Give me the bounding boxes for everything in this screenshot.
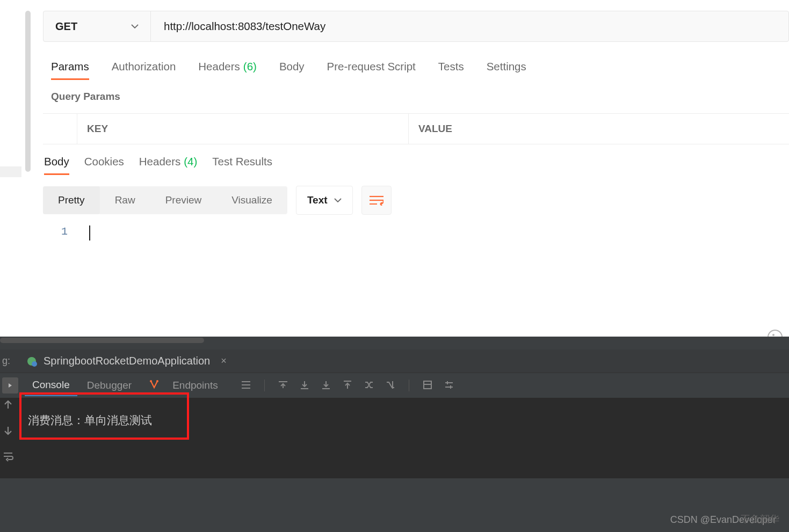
tab-response-cookies[interactable]: Cookies bbox=[84, 155, 124, 175]
request-tabs: Params Authorization Headers (6) Body Pr… bbox=[43, 60, 789, 80]
tab-response-testresults[interactable]: Test Results bbox=[212, 155, 272, 175]
arrow-up-icon[interactable] bbox=[2, 399, 14, 411]
params-value-header: VALUE bbox=[409, 114, 789, 144]
tab-headers[interactable]: Headers (6) bbox=[198, 60, 257, 80]
tab-response-headers[interactable]: Headers (4) bbox=[139, 155, 198, 175]
format-select[interactable]: Text bbox=[296, 186, 353, 215]
cursor-icon[interactable] bbox=[385, 380, 396, 390]
view-controls: Pretty Raw Preview Visualize Text bbox=[43, 186, 789, 215]
response-tabs: Body Cookies Headers (4) Test Results bbox=[43, 155, 789, 175]
download-icon[interactable] bbox=[299, 380, 310, 390]
download-icon-2[interactable] bbox=[321, 380, 331, 390]
calculator-icon[interactable] bbox=[422, 380, 433, 390]
query-params-title: Query Params bbox=[51, 91, 789, 103]
headers-count-badge: (6) bbox=[243, 60, 257, 75]
response-body-editor[interactable]: 1 bbox=[43, 225, 789, 241]
view-pretty[interactable]: Pretty bbox=[43, 186, 100, 214]
arrow-down-icon[interactable] bbox=[2, 425, 14, 436]
svg-point-4 bbox=[150, 380, 152, 382]
url-input[interactable]: http://localhost:8083/testOneWay bbox=[151, 11, 788, 41]
view-preview[interactable]: Preview bbox=[150, 186, 217, 214]
params-key-header: KEY bbox=[77, 114, 409, 144]
tab-prerequest[interactable]: Pre-request Script bbox=[327, 60, 416, 80]
ide-toolbar-icons bbox=[241, 380, 454, 391]
menu-icon[interactable] bbox=[241, 380, 251, 390]
tab-authorization[interactable]: Authorization bbox=[112, 60, 176, 80]
view-raw[interactable]: Raw bbox=[100, 186, 150, 214]
wrap-icon bbox=[370, 195, 383, 206]
up-bar-icon[interactable] bbox=[278, 380, 288, 390]
settings-icon[interactable] bbox=[444, 380, 454, 390]
tab-response-body[interactable]: Body bbox=[44, 155, 69, 175]
ide-tabs-row: g: SpringbootRocketDemoApplication × bbox=[0, 349, 789, 373]
tab-settings[interactable]: Settings bbox=[487, 60, 526, 80]
tab-body[interactable]: Body bbox=[279, 60, 305, 80]
ide-console-output[interactable]: 消费消息：单向消息测试 bbox=[0, 398, 789, 478]
ide-app-tab[interactable]: SpringbootRocketDemoApplication bbox=[41, 355, 216, 367]
format-label: Text bbox=[307, 194, 328, 206]
shuffle-icon[interactable] bbox=[364, 380, 374, 390]
ide-topbar bbox=[0, 337, 789, 349]
tab-params[interactable]: Params bbox=[51, 60, 89, 80]
params-table: KEY VALUE bbox=[43, 113, 789, 144]
ide-left-gutter bbox=[2, 399, 14, 462]
request-bar: GET http://localhost:8083/testOneWay bbox=[43, 11, 789, 42]
ide-g-label: g: bbox=[2, 355, 17, 367]
wrap-lines-button[interactable] bbox=[361, 186, 392, 215]
cursor bbox=[89, 225, 93, 241]
sidebar-stub bbox=[0, 166, 21, 177]
watermark-cn: 不负韶华 bbox=[741, 513, 779, 526]
response-headers-count-badge: (4) bbox=[184, 155, 197, 170]
endpoints-icon bbox=[149, 379, 160, 392]
console-message: 消费消息：单向消息测试 bbox=[28, 413, 152, 428]
url-text: http://localhost:8083/testOneWay bbox=[164, 20, 325, 33]
svg-point-5 bbox=[156, 380, 158, 382]
svg-point-3 bbox=[32, 361, 37, 367]
method-label: GET bbox=[55, 20, 77, 33]
http-method-select[interactable]: GET bbox=[44, 11, 151, 41]
view-mode-tabs: Pretty Raw Preview Visualize bbox=[43, 186, 287, 214]
soft-wrap-icon[interactable] bbox=[2, 450, 14, 462]
ide-panel: g: SpringbootRocketDemoApplication × Con… bbox=[0, 337, 789, 532]
chevron-down-icon bbox=[334, 196, 342, 204]
run-config-icon bbox=[26, 356, 37, 367]
tab-tests[interactable]: Tests bbox=[438, 60, 464, 80]
view-visualize[interactable]: Visualize bbox=[216, 186, 287, 214]
chevron-down-icon bbox=[131, 23, 139, 30]
expand-button[interactable] bbox=[2, 377, 18, 393]
scrollbar[interactable] bbox=[25, 11, 31, 172]
postman-panel: GET http://localhost:8083/testOneWay Par… bbox=[0, 11, 789, 347]
params-checkbox-col[interactable] bbox=[43, 114, 77, 144]
line-number: 1 bbox=[43, 225, 77, 241]
ide-scrollbar[interactable] bbox=[0, 338, 204, 343]
upload-icon[interactable] bbox=[342, 380, 353, 390]
close-tab-button[interactable]: × bbox=[216, 355, 231, 367]
